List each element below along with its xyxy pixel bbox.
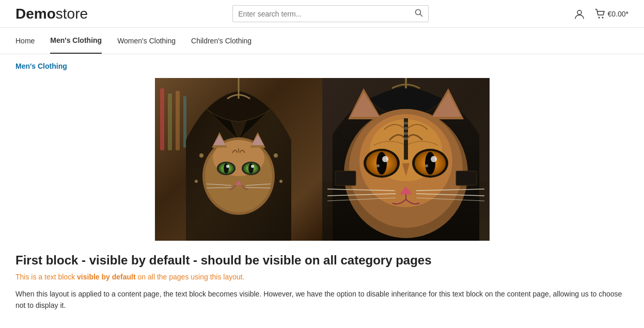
svg-rect-69	[404, 132, 408, 135]
nav-item-childrens-clothing[interactable]: Children's Clothing	[191, 28, 252, 53]
svg-rect-67	[404, 122, 408, 124]
svg-point-26	[251, 165, 254, 168]
svg-point-33	[199, 153, 203, 158]
svg-point-57	[425, 164, 428, 167]
block-title: First block - visible by default - shoul…	[15, 253, 629, 268]
svg-point-4	[602, 17, 603, 18]
nav-item-mens-clothing[interactable]: Men's Clothing	[50, 28, 102, 54]
block-intro: This is a text block visible by default …	[15, 273, 629, 281]
svg-point-56	[431, 156, 437, 162]
svg-point-51	[382, 156, 388, 162]
block-body: When this layout is applied to a content…	[15, 288, 629, 311]
banner-image-left	[155, 78, 322, 241]
svg-rect-72	[456, 171, 477, 185]
banner-image-right	[322, 78, 490, 241]
cart-amount: €0.00*	[608, 10, 629, 18]
category-banner	[15, 78, 629, 241]
search-bar-container	[232, 5, 429, 22]
nav-item-womens-clothing[interactable]: Women's Clothing	[117, 28, 176, 53]
search-icon	[415, 9, 423, 17]
cart-icon	[594, 8, 606, 20]
main-navigation: Home Men's Clothing Women's Clothing Chi…	[0, 28, 644, 54]
intro-end-text: on all the pages using this layout.	[136, 273, 245, 281]
site-logo[interactable]: Demostore	[15, 6, 88, 22]
site-header: Demostore €0.00*	[0, 0, 644, 28]
logo-light: store	[56, 6, 88, 22]
content-block: First block - visible by default - shoul…	[15, 253, 629, 311]
svg-point-25	[226, 165, 229, 168]
svg-rect-71	[335, 171, 356, 185]
svg-rect-8	[168, 93, 172, 150]
svg-line-1	[420, 14, 422, 17]
svg-point-50	[376, 152, 387, 175]
svg-rect-70	[404, 137, 408, 140]
svg-point-24	[248, 163, 254, 174]
svg-rect-68	[404, 127, 408, 130]
svg-point-3	[598, 17, 600, 18]
breadcrumb-link[interactable]: Men's Clothing	[15, 62, 67, 70]
banner-image-container	[155, 78, 490, 241]
logo-bold: Demo	[15, 6, 56, 22]
search-button[interactable]	[415, 9, 423, 19]
main-content: First block - visible by default - shoul…	[0, 78, 644, 327]
intro-bold-text: visible by default	[77, 273, 136, 281]
svg-point-55	[425, 152, 435, 175]
search-input[interactable]	[238, 10, 415, 18]
svg-point-23	[224, 163, 229, 174]
intro-plain-text: This is a text block	[15, 273, 77, 281]
breadcrumb: Men's Clothing	[0, 54, 644, 78]
header-actions: €0.00*	[574, 8, 629, 20]
svg-rect-7	[160, 88, 164, 150]
svg-point-52	[376, 164, 380, 167]
cart-button[interactable]: €0.00*	[594, 8, 629, 20]
account-button[interactable]	[574, 8, 585, 20]
svg-point-34	[274, 153, 278, 158]
svg-point-2	[577, 10, 582, 14]
svg-point-36	[279, 180, 282, 183]
account-icon	[574, 8, 585, 20]
nav-item-home[interactable]: Home	[15, 28, 35, 53]
svg-point-35	[195, 180, 198, 183]
svg-rect-9	[176, 91, 180, 150]
